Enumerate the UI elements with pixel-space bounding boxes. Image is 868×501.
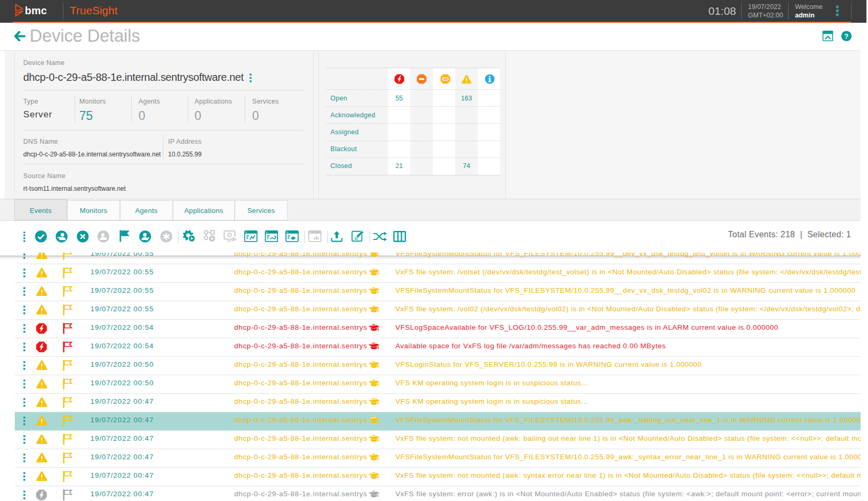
svg-text:?: ? [844,32,848,40]
